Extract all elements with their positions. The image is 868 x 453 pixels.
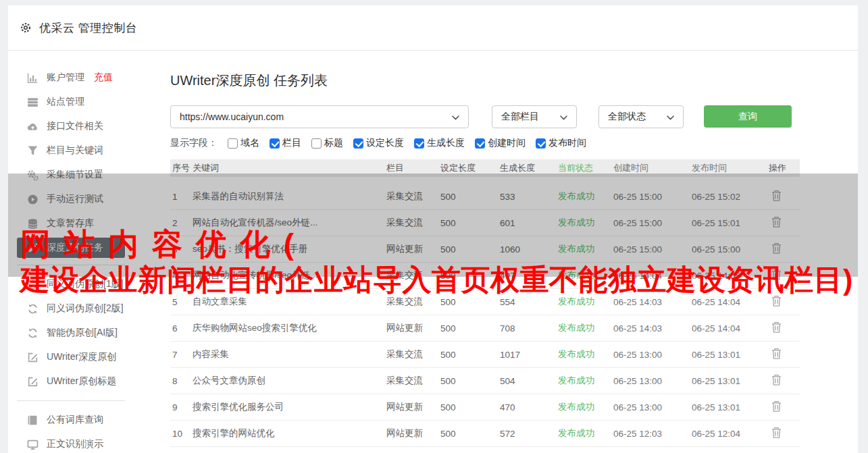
col-published-cell: 06-25 13:01 — [692, 402, 769, 412]
checkbox-checked-icon[interactable] — [536, 138, 546, 149]
delete-button[interactable] — [769, 427, 782, 441]
field-checkbox[interactable]: 创建时间 — [475, 137, 526, 149]
column-select-value: 全部栏目 — [501, 111, 539, 123]
checkbox-checked-icon[interactable] — [414, 138, 424, 149]
col-set-length-cell: 500 — [440, 429, 500, 439]
sidebar-item[interactable]: 账户管理充值 — [8, 65, 170, 90]
top-header: 优采云 管理控制台 — [8, 5, 858, 51]
field-checkbox[interactable]: 栏目 — [270, 137, 301, 149]
delete-button[interactable] — [769, 400, 782, 415]
field-checkbox-label: 创建时间 — [488, 137, 526, 149]
field-checkbox-label: 设定长度 — [366, 137, 404, 149]
col-set-length-cell: 500 — [440, 271, 500, 281]
table-row: 3seo兵书：搜索引擎优化手册网站更新5001060发布成功06-25 15:0… — [170, 236, 800, 263]
display-fields-row: 显示字段： 域名栏目标题设定长度生成长度创建时间发布时间 — [170, 137, 586, 149]
field-checkbox[interactable]: 域名 — [228, 137, 259, 149]
sidebar-item[interactable]: 接口文件相关 — [8, 114, 170, 138]
delete-button[interactable] — [769, 216, 782, 230]
table-row: 8公众号文章伪原创采集交流500504发布成功06-25 13:0006-25 … — [170, 368, 800, 394]
delete-button[interactable] — [769, 348, 782, 362]
col-keyword-cell: 庆华购物网站seo搜索引擎优化 — [193, 322, 386, 334]
status-select[interactable]: 全部状态 — [598, 105, 684, 128]
gear-icon — [20, 22, 32, 34]
column-select[interactable]: 全部栏目 — [492, 105, 577, 128]
col-status-cell: 发布成功 — [558, 269, 613, 282]
checkbox-checked-icon[interactable] — [475, 138, 485, 149]
col-created-cell: 06-25 15:00 — [613, 192, 692, 202]
sidebar-item[interactable]: 同义词伪原创[1版] — [8, 272, 170, 296]
sidebar-item[interactable]: 栏目与关键词 — [8, 138, 170, 163]
table-header-cell: 生成长度 — [500, 162, 558, 174]
query-button[interactable]: 查询 — [704, 105, 792, 128]
table-row: 6庆华购物网站seo搜索引擎优化网站更新500708发布成功06-25 14:0… — [170, 315, 800, 342]
delete-button[interactable] — [769, 190, 782, 204]
site-select-value: https://www.ucaiyun.com — [180, 111, 284, 122]
sidebar-item-label: 站点管理 — [47, 96, 84, 108]
field-checkbox-label: 栏目 — [282, 137, 301, 149]
sidebar-item[interactable]: 同义词伪原创[2版] — [8, 296, 170, 321]
sidebar-item[interactable]: UWriter深度原创 — [8, 345, 170, 369]
sidebar-item[interactable]: 深度原创任务 — [17, 238, 125, 258]
sidebar-item[interactable]: 采集细节设置 — [8, 163, 170, 187]
trash-icon — [771, 400, 782, 415]
sidebar-item-label: UWriter原创标题 — [47, 375, 116, 388]
checkbox-checked-icon[interactable] — [270, 138, 280, 149]
sidebar-item-label: 深度原创任务 — [47, 242, 103, 254]
sidebar-item-label: 采集细节设置 — [47, 169, 103, 181]
col-keyword-cell: 搜索引擎的网站优化 — [193, 427, 386, 439]
col-category-cell: 采集交流 — [386, 217, 440, 229]
table-row: 1采集器的自动识别算法采集交流500533发布成功06-25 15:0006-2… — [170, 184, 800, 210]
sidebar-item-label: 账户管理 — [47, 72, 84, 84]
sidebar-item[interactable]: 文章暂存库 — [8, 211, 170, 236]
col-index-cell: 5 — [170, 297, 193, 307]
delete-button[interactable] — [769, 269, 782, 283]
col-published-cell: 06-25 14:04 — [692, 323, 769, 334]
sync-icon — [27, 327, 39, 339]
col-gen-length-cell: 470 — [500, 402, 558, 412]
sidebar-item-label: 公有词库查询 — [47, 414, 103, 426]
sidebar-item-label: 接口文件相关 — [47, 120, 103, 132]
col-gen-length-cell: 1060 — [500, 244, 558, 255]
delete-button[interactable] — [769, 295, 782, 309]
status-select-value: 全部状态 — [608, 111, 646, 123]
site-select[interactable]: https://www.ucaiyun.com — [170, 105, 469, 128]
col-created-cell: 06-25 13:00 — [613, 350, 692, 360]
table-row: 4网站自动化宣传机器/seo外链...采集交流500497发布成功06-25 1… — [170, 263, 800, 289]
col-index-cell: 8 — [170, 376, 193, 386]
sidebar-item[interactable]: 正文识别演示 — [8, 432, 170, 453]
checkbox-unchecked-icon[interactable] — [311, 138, 322, 149]
col-published-cell: 06-25 15:00 — [692, 244, 769, 255]
col-set-length-cell: 500 — [440, 218, 500, 228]
checkbox-unchecked-icon[interactable] — [228, 138, 238, 149]
field-checkbox[interactable]: 设定长度 — [353, 137, 404, 149]
sidebar-item[interactable]: 公有词库查询 — [8, 408, 170, 432]
col-created-cell: 06-25 13:00 — [613, 376, 692, 386]
delete-button[interactable] — [769, 321, 782, 336]
col-category-cell: 采集交流 — [386, 375, 440, 387]
delete-button[interactable] — [769, 374, 782, 388]
col-status-cell: 发布成功 — [558, 243, 613, 255]
col-category-cell: 采集交流 — [386, 190, 440, 203]
delete-button[interactable] — [769, 242, 782, 257]
sidebar-item[interactable]: 站点管理 — [8, 90, 170, 114]
sidebar-item-label: 文章暂存库 — [47, 217, 94, 230]
table-header-row: 序号关键词栏目设定长度生成长度当前状态创建时间发布时间操作 — [170, 159, 800, 177]
sidebar-item-label: 同义词伪原创[1版] — [47, 278, 124, 290]
field-checkbox[interactable]: 发布时间 — [536, 137, 586, 149]
checkbox-checked-icon[interactable] — [353, 138, 363, 149]
filter-icon — [27, 145, 39, 157]
col-gen-length-cell: 708 — [500, 323, 558, 334]
col-keyword-cell: 自动文章采集 — [193, 296, 386, 308]
col-keyword-cell: 内容采集 — [193, 348, 386, 361]
col-published-cell: 06-25 14:04 — [692, 297, 769, 307]
database-icon — [27, 218, 39, 230]
sidebar-item[interactable]: UWriter原创标题 — [8, 369, 170, 394]
field-checkbox[interactable]: 生成长度 — [414, 137, 465, 149]
field-checkbox[interactable]: 标题 — [311, 137, 343, 149]
sidebar-item[interactable]: 智能伪原创[AI版] — [8, 321, 170, 345]
edit-icon — [27, 376, 39, 388]
col-status-cell: 发布成功 — [558, 375, 613, 387]
sidebar-item[interactable]: 手动运行测试 — [8, 187, 170, 211]
sidebar-item-label: 栏目与关键词 — [47, 144, 103, 157]
recharge-badge[interactable]: 充值 — [94, 72, 113, 84]
